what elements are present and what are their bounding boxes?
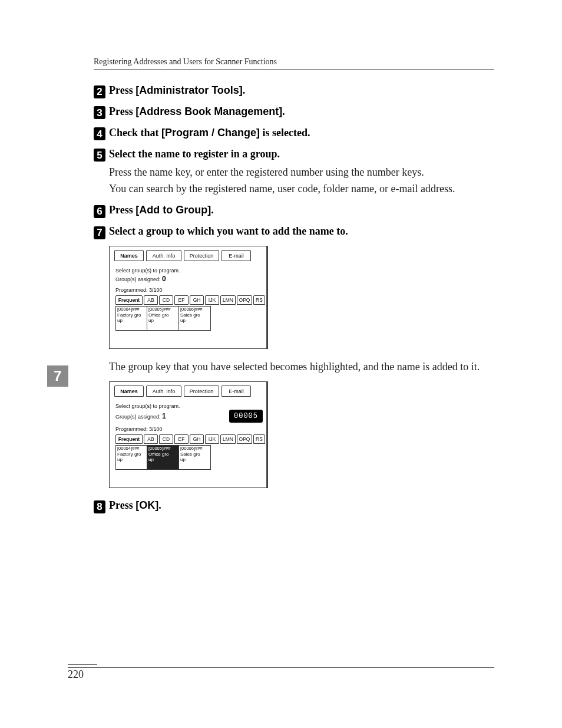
alpha-tab-ab[interactable]: AB <box>144 434 158 444</box>
step-5: 5 Select the name to register in a group… <box>94 146 494 197</box>
step-5-head: Select the name to register in a group. <box>109 146 280 163</box>
alpha-tab-cd[interactable]: CD <box>159 295 173 305</box>
header-breadcrumb: Registering Addresses and Users for Scan… <box>94 57 494 70</box>
alpha-tab-ijk[interactable]: IJK <box>205 295 219 305</box>
alpha-tab-cd[interactable]: CD <box>159 434 173 444</box>
group-select-panel-after: NamesAuth. InfoProtectionE-mailSelect gr… <box>109 381 268 488</box>
alpha-tab-rs[interactable]: RS <box>253 295 265 305</box>
press-word: Press <box>109 84 135 96</box>
panel-tab-prot[interactable]: Protection <box>184 250 219 261</box>
page-number: 220 <box>68 664 97 681</box>
selected-id-badge: 00005 <box>229 410 263 423</box>
step-6-text: Press [Add to Group]. <box>109 202 214 219</box>
step-4: 4 Check that [Program / Change] is selec… <box>94 125 494 141</box>
panel-tab-prot[interactable]: Protection <box>184 386 219 397</box>
step-number-badge: 7 <box>94 226 105 239</box>
label-add-to-group: [Add to Group] <box>135 204 211 216</box>
step-number-badge: 3 <box>94 106 105 119</box>
panel-tab-email[interactable]: E-mail <box>222 386 251 397</box>
step-7: 7 Select a group to which you want to ad… <box>94 223 494 488</box>
alpha-tab-ef[interactable]: EF <box>174 434 189 444</box>
step-2: 2 Press [Administrator Tools]. <box>94 83 494 99</box>
step-5-p2: You can search by the registered name, u… <box>109 180 494 197</box>
panel-tab-auth[interactable]: Auth. Info <box>146 250 181 261</box>
group-button[interactable]: [00004]###Factory group <box>115 445 147 470</box>
alpha-tab-gh[interactable]: GH <box>190 295 204 305</box>
group-button[interactable]: [00005]###Office group <box>147 306 179 331</box>
tail: . <box>158 499 161 511</box>
label-program-change: [Program / Change] <box>161 127 260 139</box>
step-number-badge: 5 <box>94 149 105 162</box>
alpha-tab-rs[interactable]: RS <box>253 434 265 444</box>
panel-programmed: Programmed: 3/100 <box>110 426 267 434</box>
alpha-tab-lmn[interactable]: LMN <box>220 295 236 305</box>
step-number-badge: 2 <box>94 85 105 98</box>
panel-tab-names[interactable]: Names <box>114 250 144 261</box>
step-number-badge: 4 <box>94 127 105 140</box>
tail: . <box>243 84 246 96</box>
tail: . <box>282 106 285 117</box>
step-8-text: Press [OK]. <box>109 498 161 514</box>
panel-programmed: Programmed: 3/100 <box>110 287 267 295</box>
group-button[interactable]: [00005]###Office group <box>147 445 179 470</box>
step-3: 3 Press [Address Book Management]. <box>94 104 494 120</box>
panel-tab-email[interactable]: E-mail <box>222 250 251 261</box>
pre: Check that <box>109 127 161 139</box>
step-6: 6 Press [Add to Group]. <box>94 202 494 219</box>
step-4-text: Check that [Program / Change] is selecte… <box>109 125 310 141</box>
panel-assigned: Group(s) assigned: 1 <box>115 411 166 421</box>
tail: . <box>211 204 214 216</box>
page-content: 2 Press [Administrator Tools]. 3 Press [… <box>94 83 494 519</box>
press-word: Press <box>109 499 135 511</box>
panel-tab-auth[interactable]: Auth. Info <box>146 386 181 397</box>
panel-assigned: Group(s) assigned: 0 <box>115 274 166 284</box>
panel-instruction: Select group(s) to program. <box>115 267 262 274</box>
alpha-tab-opq[interactable]: OPQ <box>237 434 252 444</box>
group-button[interactable]: [00006]###Sales group <box>179 445 211 470</box>
alpha-tab-frequent[interactable]: Frequent <box>115 434 143 444</box>
step-8: 8 Press [OK]. <box>94 498 494 514</box>
group-select-panel-before: NamesAuth. InfoProtectionE-mailSelect gr… <box>109 246 268 349</box>
alpha-tab-ijk[interactable]: IJK <box>205 434 219 444</box>
chapter-side-tab: 7 <box>47 365 68 387</box>
step-number-badge: 8 <box>94 500 105 513</box>
alpha-tab-lmn[interactable]: LMN <box>220 434 236 444</box>
step-5-p1: Press the name key, or enter the registe… <box>109 164 494 181</box>
panel-tab-names[interactable]: Names <box>114 386 144 397</box>
step-7-head: Select a group to which you want to add … <box>109 223 348 240</box>
label-address-book: [Address Book Management] <box>135 106 282 117</box>
label-ok: [OK] <box>135 499 158 511</box>
step-3-text: Press [Address Book Management]. <box>109 104 285 120</box>
footer-rule <box>68 667 494 668</box>
alpha-tab-opq[interactable]: OPQ <box>237 295 252 305</box>
press-word: Press <box>109 204 135 216</box>
alpha-tab-gh[interactable]: GH <box>190 434 204 444</box>
step-7-after: The group key that you have selected bec… <box>109 358 494 375</box>
label-admin-tools: [Administrator Tools] <box>135 84 243 96</box>
alpha-tab-frequent[interactable]: Frequent <box>115 295 143 305</box>
step-number-badge: 6 <box>94 205 105 218</box>
panel-instruction: Select group(s) to program. <box>115 403 262 410</box>
alpha-tab-ab[interactable]: AB <box>144 295 158 305</box>
alpha-tab-ef[interactable]: EF <box>174 295 189 305</box>
step-2-text: Press [Administrator Tools]. <box>109 83 245 99</box>
press-word: Press <box>109 106 135 117</box>
group-button[interactable]: [00004]###Factory group <box>115 306 147 331</box>
tail: is selected. <box>260 127 310 139</box>
group-button[interactable]: [00006]###Sales group <box>179 306 211 331</box>
